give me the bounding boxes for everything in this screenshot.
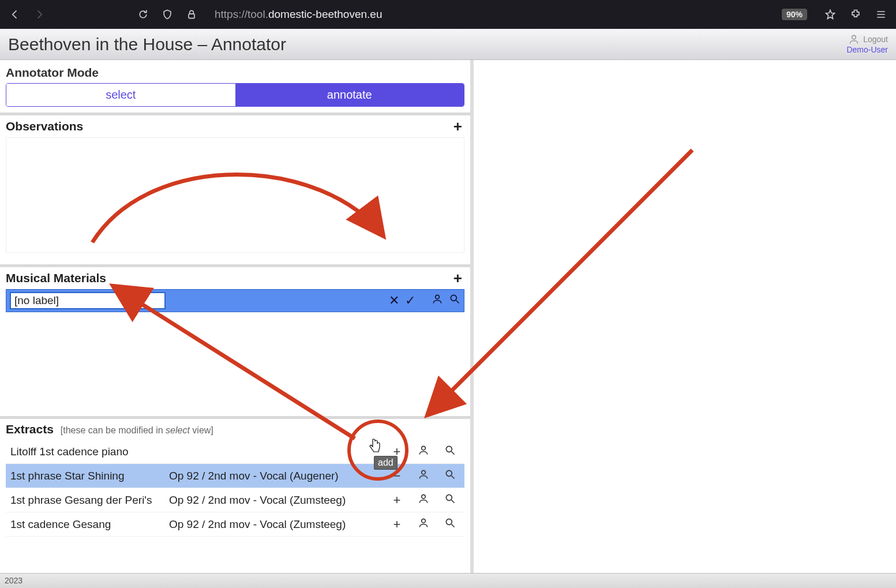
mode-select-button[interactable]: select <box>6 84 235 106</box>
browser-toolbar: https://tool.domestic-beethoven.eu 90% <box>0 0 896 29</box>
extract-row[interactable]: 1st cadence Gesang Op 92 / 2nd mov - Voc… <box>6 512 464 537</box>
person-icon[interactable] <box>417 444 430 459</box>
logout-link[interactable]: Logout <box>846 33 888 45</box>
search-icon[interactable] <box>449 293 460 308</box>
observations-panel: Observations + <box>0 113 470 259</box>
bookmark-star-icon[interactable] <box>823 8 837 21</box>
svg-point-11 <box>446 519 452 525</box>
search-icon[interactable] <box>444 469 456 484</box>
svg-point-10 <box>422 519 426 523</box>
materials-body: ✕ ✓ <box>6 289 464 405</box>
extract-row[interactable]: 1st phrase Gesang der Peri's Op 92 / 2nd… <box>6 488 464 512</box>
extract-name: Litolff 1st cadence piano <box>10 445 169 458</box>
extracts-body: Litolff 1st cadence piano + 1st phrase S… <box>6 440 464 537</box>
add-extract-icon[interactable]: + <box>391 493 403 508</box>
extract-name: 1st cadence Gesang <box>10 518 169 531</box>
materials-title: Musical Materials <box>6 271 106 285</box>
person-icon[interactable] <box>417 517 430 532</box>
url-text: https://tool.domestic-beethoven.eu <box>215 8 382 21</box>
svg-point-8 <box>422 495 426 499</box>
reload-button[interactable] <box>136 8 150 21</box>
extensions-icon[interactable] <box>849 8 863 21</box>
extract-row[interactable]: Litolff 1st cadence piano + <box>6 440 464 464</box>
person-icon[interactable] <box>417 493 430 508</box>
extracts-title: Extracts <box>6 422 54 436</box>
svg-point-5 <box>446 446 452 452</box>
person-icon[interactable] <box>417 469 430 484</box>
right-pane <box>474 60 896 573</box>
svg-point-3 <box>451 295 456 301</box>
svg-point-2 <box>436 295 440 299</box>
page-title: Beethoven in the House – Annotator <box>8 35 286 54</box>
search-icon[interactable] <box>444 493 456 508</box>
svg-point-6 <box>422 470 426 474</box>
svg-point-1 <box>852 35 856 39</box>
app-header: Beethoven in the House – Annotator Logou… <box>0 29 896 60</box>
extract-detail: Op 92 / 2nd mov - Vocal (Zumsteeg) <box>169 518 391 531</box>
user-area: Logout Demo-User <box>846 33 888 55</box>
forward-button[interactable] <box>32 8 46 21</box>
back-button[interactable] <box>8 8 22 21</box>
materials-panel: Musical Materials + ✕ ✓ <box>0 264 470 410</box>
confirm-icon[interactable]: ✓ <box>405 293 415 308</box>
add-material-button[interactable]: + <box>451 271 464 286</box>
mode-toggle: select annotate <box>6 83 464 107</box>
search-icon[interactable] <box>444 444 456 459</box>
add-extract-icon[interactable]: + <box>391 517 403 532</box>
extract-detail: Op 92 / 2nd mov - Vocal (Augener) <box>169 470 391 482</box>
svg-point-9 <box>446 495 452 500</box>
extracts-panel: Extracts [these can be modified in selec… <box>0 416 470 542</box>
person-icon[interactable] <box>432 293 443 308</box>
extract-detail: Op 92 / 2nd mov - Vocal (Zumsteeg) <box>169 494 391 507</box>
mode-label: Annotator Mode <box>6 66 464 80</box>
menu-icon[interactable] <box>874 8 888 21</box>
mode-section: Annotator Mode select annotate <box>0 60 470 107</box>
material-row[interactable]: ✕ ✓ <box>6 289 464 312</box>
app-body: Annotator Mode select annotate Observati… <box>0 60 896 573</box>
extract-row[interactable]: 1st phrase Star Shining Op 92 / 2nd mov … <box>6 464 464 488</box>
material-label-input[interactable] <box>10 292 166 309</box>
current-user[interactable]: Demo-User <box>846 45 888 55</box>
svg-point-7 <box>446 470 452 476</box>
cancel-icon[interactable]: ✕ <box>389 293 399 308</box>
shield-icon[interactable] <box>160 8 174 21</box>
remove-extract-icon[interactable]: − <box>391 469 403 484</box>
add-observation-button[interactable]: + <box>451 119 464 134</box>
footer: 2023 <box>0 573 896 588</box>
zoom-badge[interactable]: 90% <box>782 9 807 20</box>
search-icon[interactable] <box>444 517 456 532</box>
address-bar[interactable]: https://tool.domestic-beethoven.eu <box>209 5 771 24</box>
add-extract-icon[interactable]: + <box>391 444 403 459</box>
extract-name: 1st phrase Gesang der Peri's <box>10 494 169 507</box>
extract-name: 1st phrase Star Shining <box>10 470 169 482</box>
mode-annotate-button[interactable]: annotate <box>235 84 464 106</box>
observations-body <box>6 137 464 253</box>
extracts-hint: [these can be modified in select view] <box>61 425 213 435</box>
svg-point-4 <box>422 446 426 450</box>
svg-rect-0 <box>189 14 194 18</box>
observations-title: Observations <box>6 119 83 133</box>
left-pane: Annotator Mode select annotate Observati… <box>0 60 470 573</box>
lock-icon <box>185 8 198 21</box>
